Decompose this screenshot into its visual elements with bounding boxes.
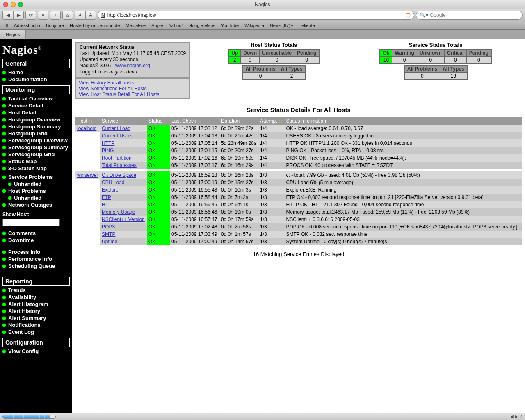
nav-item[interactable]: Hostgroup Summary [2,123,70,130]
service-link[interactable]: Root Partition [102,155,132,161]
totals-header[interactable]: Ok [380,49,392,57]
nav-item[interactable]: Hostgroup Grid [2,130,70,137]
column-header[interactable]: Status Information [285,117,522,125]
service-link[interactable]: POP3 [102,224,115,230]
nav-item[interactable]: Availability [2,294,70,301]
host-link[interactable]: winserver [77,172,98,178]
totals-header[interactable]: All Problems [404,65,440,73]
totals-value[interactable]: 2 [228,57,241,64]
url-bar[interactable]: N http://localhost/nagios/ [98,11,414,20]
service-link[interactable]: PING [102,148,114,153]
bookmark-item[interactable]: Hosted by m…en-surf.de [70,23,120,28]
column-header[interactable]: Host ↑↓ [75,117,100,125]
bookmark-item[interactable]: News (67) [270,23,293,28]
status-link[interactable]: View Host Status Detail For All Hosts [79,91,187,97]
add-button[interactable]: ＋ [50,11,61,20]
bookmark-item[interactable]: Yahoo! [169,23,183,28]
nav-item[interactable]: Event Log [2,329,70,336]
nav-item[interactable]: Comments [2,230,70,237]
service-link[interactable]: Memory Usage [102,209,135,215]
totals-value[interactable]: 0 [294,57,320,64]
tab-nagios[interactable]: Nagios [0,30,26,39]
totals-header[interactable]: All Problems [242,65,278,73]
nav-item[interactable]: Scheduling Queue [2,262,70,269]
service-link[interactable]: C:\ Drive Space [102,172,136,178]
nav-item[interactable]: Service Problems [2,173,70,180]
host-link[interactable]: localhost [77,126,96,131]
nav-item[interactable]: Unhandled [8,180,70,187]
totals-header[interactable]: Unknown [417,49,444,57]
totals-value[interactable]: 2 [278,73,305,80]
nagios-org-link[interactable]: www.nagios.org [115,63,150,68]
totals-header[interactable]: All Types [440,65,467,73]
bookmark-item[interactable]: Wikipedia [244,23,264,28]
nav-item[interactable]: Unhandled [8,194,70,201]
nav-item[interactable]: Servicegroup Summary [2,144,70,151]
bookmark-item[interactable]: YouTube [221,23,239,28]
service-link[interactable]: Total Processes [102,162,137,168]
nav-item[interactable]: Servicegroup Overview [2,137,70,144]
totals-value[interactable]: 0 [241,57,260,64]
statusbar-arrows-icon[interactable]: ◀ ▶ ⤢ [510,414,523,419]
nav-item[interactable]: Downtime [2,237,70,244]
nav-item[interactable]: Alert History [2,308,70,315]
nav-item[interactable]: Hostgroup Overview [2,116,70,123]
totals-value[interactable]: 16 [440,73,467,80]
service-link[interactable]: FTP [102,194,111,200]
totals-value[interactable]: 16 [380,57,392,64]
nav-item[interactable]: Home [2,69,70,76]
totals-value[interactable]: 0 [404,73,440,80]
totals-value[interactable]: 0 [392,57,417,64]
nav-item[interactable]: 3-D Status Map [2,165,70,172]
column-header[interactable]: Last Check ↑↓ [170,117,219,125]
bookmark-item[interactable]: Adressbuch [14,23,40,28]
status-link[interactable]: View History For all hosts [79,80,187,86]
service-link[interactable]: Uptime [102,239,117,244]
search-bar[interactable]: 🔍▾ Google [416,11,523,20]
service-link[interactable]: Current Load [102,126,130,131]
service-link[interactable]: SMTP [102,231,115,237]
totals-value[interactable]: 0 [259,57,294,64]
reader-button[interactable]: ✧ [38,11,48,20]
forward-button[interactable]: ▶ [13,11,24,20]
service-link[interactable]: Current Users [102,133,132,139]
column-header[interactable]: Attempt ↑↓ [258,117,284,125]
nav-item[interactable]: View Config [2,348,70,355]
totals-value[interactable]: 0 [417,57,444,64]
home-button[interactable]: ⌂ [62,11,73,20]
column-header[interactable]: Service ↑↓ [100,117,147,125]
nav-item[interactable]: Servicegroup Grid [2,151,70,158]
totals-header[interactable]: Up [228,49,241,57]
nav-item[interactable]: Notifications [2,322,70,329]
service-link[interactable]: Explorer [102,187,120,193]
totals-header[interactable]: Pending [294,49,320,57]
textsize-small-button[interactable]: A [75,11,85,20]
service-link[interactable]: HTTP [102,202,114,208]
nav-item[interactable]: Service Detail [2,102,70,109]
bookmark-item[interactable]: Google Maps [188,23,215,28]
column-header[interactable]: Duration ↑↓ [219,117,258,125]
totals-header[interactable]: Warning [392,49,417,57]
show-host-input[interactable] [2,219,60,226]
back-button[interactable]: ◀ [2,11,13,20]
bookmark-item[interactable]: MediaFire [126,23,146,28]
nav-item[interactable]: Status Map [2,158,70,165]
nav-item[interactable]: Alert Histogram [2,301,70,308]
nav-item[interactable]: Network Outages [2,201,70,208]
bookmark-item[interactable]: Beliebt [299,23,315,28]
service-link[interactable]: NSClient++ Version [102,217,145,222]
column-header[interactable]: Status ↑↓ [147,117,170,125]
reload-button[interactable]: ⟳ [25,11,36,20]
nav-item[interactable]: Process Info [2,249,70,256]
bookmark-item[interactable]: Bonjour [46,23,64,28]
nav-item[interactable]: Host Detail [2,109,70,116]
nav-item[interactable]: Documentation [2,76,70,83]
bookmark-item[interactable]: Apple [151,23,163,28]
nav-item[interactable]: Tactical Overview [2,95,70,102]
nav-item[interactable]: Alert Summary [2,315,70,322]
service-link[interactable]: HTTP [102,140,114,146]
totals-header[interactable]: Critical [444,49,466,57]
totals-header[interactable]: Pending [466,49,491,57]
nav-item[interactable]: Host Problems [2,187,70,194]
totals-value[interactable]: 0 [444,57,466,64]
